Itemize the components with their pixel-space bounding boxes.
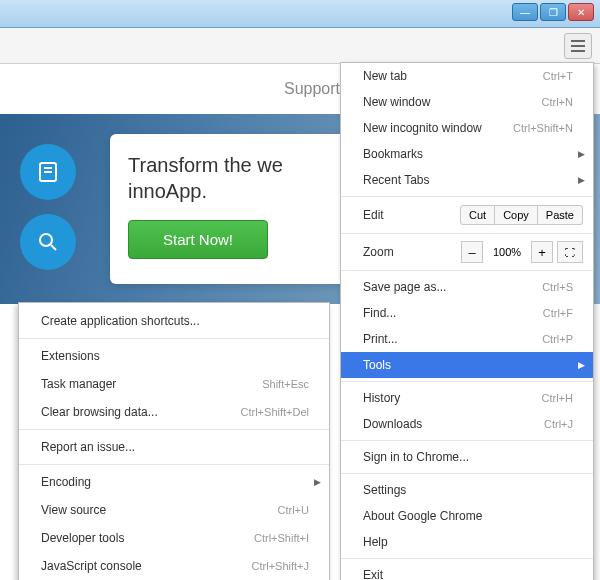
menu-save-as[interactable]: Save page as...Ctrl+S bbox=[341, 274, 593, 300]
menu-extensions[interactable]: Extensions bbox=[19, 342, 329, 370]
menu-settings[interactable]: Settings bbox=[341, 477, 593, 503]
chrome-main-menu: New tabCtrl+T New windowCtrl+N New incog… bbox=[340, 62, 594, 580]
sheet-icon bbox=[20, 144, 76, 200]
menu-tools[interactable]: Tools▶ bbox=[341, 352, 593, 378]
chevron-right-icon: ▶ bbox=[314, 477, 321, 487]
window-titlebar: — ❐ ✕ bbox=[0, 0, 600, 28]
menu-downloads[interactable]: DownloadsCtrl+J bbox=[341, 411, 593, 437]
menu-clear-browsing-data[interactable]: Clear browsing data...Ctrl+Shift+Del bbox=[19, 398, 329, 426]
minimize-button[interactable]: — bbox=[512, 3, 538, 21]
fullscreen-button[interactable]: ⛶ bbox=[557, 241, 583, 263]
zoom-out-button[interactable]: – bbox=[461, 241, 483, 263]
start-now-button[interactable]: Start Now! bbox=[128, 220, 268, 259]
zoom-in-button[interactable]: + bbox=[531, 241, 553, 263]
menu-task-manager[interactable]: Task managerShift+Esc bbox=[19, 370, 329, 398]
search-icon bbox=[20, 214, 76, 270]
paste-button[interactable]: Paste bbox=[538, 205, 583, 225]
menu-developer-tools[interactable]: Developer toolsCtrl+Shift+I bbox=[19, 524, 329, 552]
menu-recent-tabs[interactable]: Recent Tabs▶ bbox=[341, 167, 593, 193]
menu-edit-row: Edit Cut Copy Paste bbox=[341, 200, 593, 230]
menu-encoding[interactable]: Encoding▶ bbox=[19, 468, 329, 496]
menu-report-issue[interactable]: Report an issue... bbox=[19, 433, 329, 461]
menu-view-source[interactable]: View sourceCtrl+U bbox=[19, 496, 329, 524]
menu-history[interactable]: HistoryCtrl+H bbox=[341, 385, 593, 411]
copy-button[interactable]: Copy bbox=[495, 205, 538, 225]
hero-heading: Transform the we innoApp. bbox=[128, 152, 352, 204]
hero-card: Transform the we innoApp. Start Now! bbox=[110, 134, 370, 284]
browser-toolbar bbox=[0, 28, 600, 64]
menu-new-incognito[interactable]: New incognito windowCtrl+Shift+N bbox=[341, 115, 593, 141]
menu-signin[interactable]: Sign in to Chrome... bbox=[341, 444, 593, 470]
svg-point-3 bbox=[40, 234, 52, 246]
menu-create-shortcuts[interactable]: Create application shortcuts... bbox=[19, 307, 329, 335]
menu-bookmarks[interactable]: Bookmarks▶ bbox=[341, 141, 593, 167]
menu-new-window[interactable]: New windowCtrl+N bbox=[341, 89, 593, 115]
chevron-right-icon: ▶ bbox=[578, 175, 585, 185]
menu-help[interactable]: Help bbox=[341, 529, 593, 555]
menu-print[interactable]: Print...Ctrl+P bbox=[341, 326, 593, 352]
menu-about[interactable]: About Google Chrome bbox=[341, 503, 593, 529]
cut-button[interactable]: Cut bbox=[460, 205, 495, 225]
chevron-right-icon: ▶ bbox=[578, 149, 585, 159]
tools-submenu: Create application shortcuts... Extensio… bbox=[18, 302, 330, 580]
chevron-right-icon: ▶ bbox=[578, 360, 585, 370]
menu-find[interactable]: Find...Ctrl+F bbox=[341, 300, 593, 326]
maximize-button[interactable]: ❐ bbox=[540, 3, 566, 21]
zoom-value: 100% bbox=[487, 246, 527, 258]
svg-line-4 bbox=[51, 245, 56, 250]
chrome-menu-button[interactable] bbox=[564, 33, 592, 59]
close-button[interactable]: ✕ bbox=[568, 3, 594, 21]
menu-zoom-row: Zoom – 100% + ⛶ bbox=[341, 237, 593, 267]
menu-exit[interactable]: Exit bbox=[341, 562, 593, 580]
support-link[interactable]: Support bbox=[284, 80, 340, 98]
menu-new-tab[interactable]: New tabCtrl+T bbox=[341, 63, 593, 89]
menu-javascript-console[interactable]: JavaScript consoleCtrl+Shift+J bbox=[19, 552, 329, 580]
